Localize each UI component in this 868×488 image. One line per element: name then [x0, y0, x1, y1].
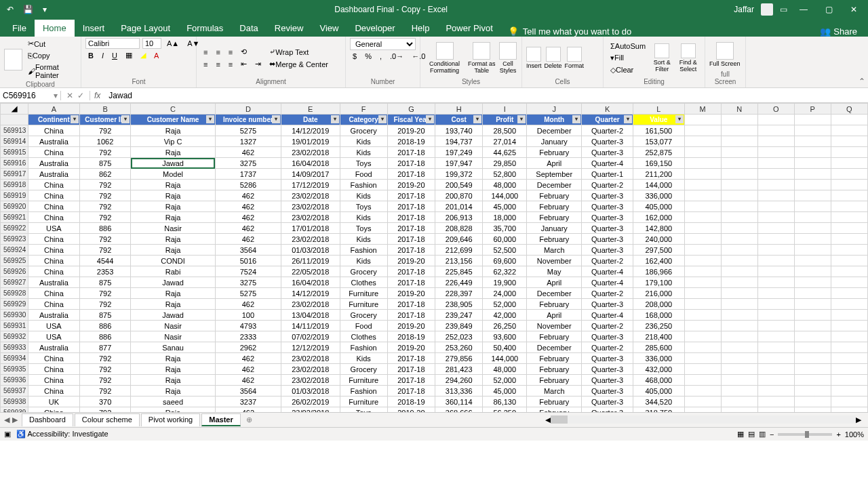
cell[interactable]: 462 — [215, 299, 281, 310]
cell[interactable]: 368,666 — [435, 407, 483, 413]
table-row[interactable]: 569915China792Raja46223/02/2018Kids2017-… — [1, 147, 868, 158]
cell[interactable]: 792 — [79, 353, 131, 364]
cell[interactable]: 792 — [79, 190, 131, 201]
cell[interactable]: 52,800 — [483, 169, 527, 180]
cell[interactable]: 179,100 — [633, 277, 684, 288]
cell[interactable]: Kids — [340, 190, 387, 201]
cell[interactable]: 35,700 — [483, 223, 527, 234]
table-header-filter[interactable]: Month▾ — [527, 115, 582, 125]
cell[interactable]: 2017-18 — [387, 223, 435, 234]
sheet-nav-prev-icon[interactable]: ◀ — [4, 415, 9, 424]
cell[interactable]: 2018-19 — [387, 136, 435, 147]
hscroll-left-icon[interactable]: ◀ — [545, 415, 551, 424]
table-row[interactable]: 569926China2353Rabi752422/05/2018Grocery… — [1, 266, 868, 277]
table-row[interactable]: 569916Australia875Jawad327516/04/2018Toy… — [1, 158, 868, 169]
align-bot-icon[interactable]: ≡ — [226, 47, 235, 58]
sheet-tab[interactable]: Master — [201, 413, 240, 426]
row-header[interactable]: 569933 — [1, 342, 28, 353]
cell[interactable]: Raja — [131, 299, 215, 310]
cell[interactable]: China — [28, 353, 80, 364]
cell[interactable]: 93,600 — [483, 331, 527, 342]
cell[interactable]: CONDI — [131, 256, 215, 266]
tab-review[interactable]: Review — [267, 20, 312, 37]
cell[interactable]: Quarter-3 — [582, 234, 633, 245]
cell[interactable]: 212,699 — [435, 245, 483, 256]
cell[interactable]: February — [527, 375, 582, 386]
cell[interactable]: February — [527, 331, 582, 342]
table-row[interactable]: 569925China4544CONDI501626/11/2019Kids20… — [1, 256, 868, 266]
cell[interactable]: 48,000 — [483, 180, 527, 190]
cell[interactable]: Clothes — [340, 277, 387, 288]
cell[interactable]: China — [28, 288, 80, 299]
cell[interactable]: 313,336 — [435, 386, 483, 396]
cell[interactable]: 462 — [215, 407, 281, 413]
cell[interactable]: 792 — [79, 180, 131, 190]
cell[interactable]: 208,000 — [633, 299, 684, 310]
cell[interactable]: Quarter-3 — [582, 212, 633, 223]
align-top-icon[interactable]: ≡ — [201, 47, 210, 58]
table-header-filter[interactable]: Customer ID▾ — [79, 115, 131, 125]
table-row[interactable]: 569914Australia1062Vip C132719/01/2019Ki… — [1, 136, 868, 147]
cell[interactable]: 144,000 — [633, 180, 684, 190]
table-row[interactable]: 569932USA886Nasir233307/02/2019Clothes20… — [1, 331, 868, 342]
cell[interactable]: 142,800 — [633, 223, 684, 234]
cell[interactable]: 162,000 — [633, 212, 684, 223]
cell[interactable]: 200,870 — [435, 190, 483, 201]
cell[interactable]: December — [527, 125, 582, 136]
cell[interactable]: 26/11/2019 — [281, 256, 340, 266]
sort-filter-button[interactable] — [654, 43, 669, 58]
cell[interactable]: 48,000 — [483, 364, 527, 375]
cell[interactable]: 2017-18 — [387, 386, 435, 396]
row-header[interactable]: 569924 — [1, 245, 28, 256]
cell[interactable]: May — [527, 266, 582, 277]
cell[interactable]: 07/02/2019 — [281, 331, 340, 342]
column-header[interactable]: I — [483, 104, 527, 115]
column-header[interactable]: H — [435, 104, 483, 115]
cell[interactable]: 14/12/2019 — [281, 125, 340, 136]
cell[interactable]: 370 — [79, 396, 131, 407]
table-header-filter[interactable]: Category▾ — [340, 115, 387, 125]
cell[interactable]: Australia — [28, 169, 80, 180]
cell[interactable]: 2019-20 — [387, 407, 435, 413]
filter-dropdown-icon[interactable]: ▾ — [206, 115, 214, 123]
table-row[interactable]: 569928China792Raja527514/12/2019Furnitur… — [1, 288, 868, 299]
worksheet-grid[interactable]: ◢ABCDEFGHIJKLMNOPQContinent▾Customer ID▾… — [0, 103, 868, 412]
cell[interactable]: 168,000 — [633, 310, 684, 321]
cell[interactable]: 344,520 — [633, 396, 684, 407]
cell[interactable]: 213,156 — [435, 256, 483, 266]
cell[interactable]: Raja — [131, 375, 215, 386]
cell[interactable]: 226,449 — [435, 277, 483, 288]
cell[interactable]: 197,947 — [435, 158, 483, 169]
cell[interactable]: Nasir — [131, 223, 215, 234]
cell[interactable]: 2353 — [79, 266, 131, 277]
minimize-button[interactable]: — — [794, 3, 813, 16]
find-select-button[interactable] — [681, 43, 696, 58]
table-row[interactable]: 569939China792Raja46223/02/2018Toys2019-… — [1, 407, 868, 413]
row-header[interactable]: 569928 — [1, 288, 28, 299]
table-row[interactable]: 569937China792Raja356401/03/2018Fashion2… — [1, 386, 868, 396]
cell[interactable]: 792 — [79, 375, 131, 386]
fill-button[interactable]: ▾ Fill — [608, 52, 648, 64]
filter-dropdown-icon[interactable]: ▾ — [624, 115, 632, 123]
table-row[interactable]: 569936China792Raja46223/02/2018Furniture… — [1, 375, 868, 386]
decimal-inc-icon[interactable]: .0→ — [387, 51, 406, 62]
cell[interactable]: 336,000 — [633, 190, 684, 201]
cell[interactable]: January — [527, 223, 582, 234]
cell[interactable]: 792 — [79, 245, 131, 256]
row-header[interactable]: 569916 — [1, 158, 28, 169]
row-header[interactable]: 569937 — [1, 386, 28, 396]
cell[interactable]: 2017-18 — [387, 245, 435, 256]
tab-power-pivot[interactable]: Power Pivot — [437, 20, 500, 37]
italic-button[interactable]: I — [99, 50, 106, 61]
cancel-formula-icon[interactable]: ✕ — [66, 91, 73, 100]
cell[interactable]: 24,000 — [483, 288, 527, 299]
table-row[interactable]: 569924China792Raja356401/03/2018Fashion2… — [1, 245, 868, 256]
cell[interactable]: 28,500 — [483, 125, 527, 136]
cell[interactable]: February — [527, 234, 582, 245]
cell[interactable]: 2018-19 — [387, 396, 435, 407]
cell[interactable]: 19,900 — [483, 277, 527, 288]
cell[interactable]: 360,114 — [435, 396, 483, 407]
cell[interactable]: December — [527, 288, 582, 299]
filter-dropdown-icon[interactable]: ▾ — [426, 115, 434, 123]
cell[interactable]: 792 — [79, 407, 131, 413]
